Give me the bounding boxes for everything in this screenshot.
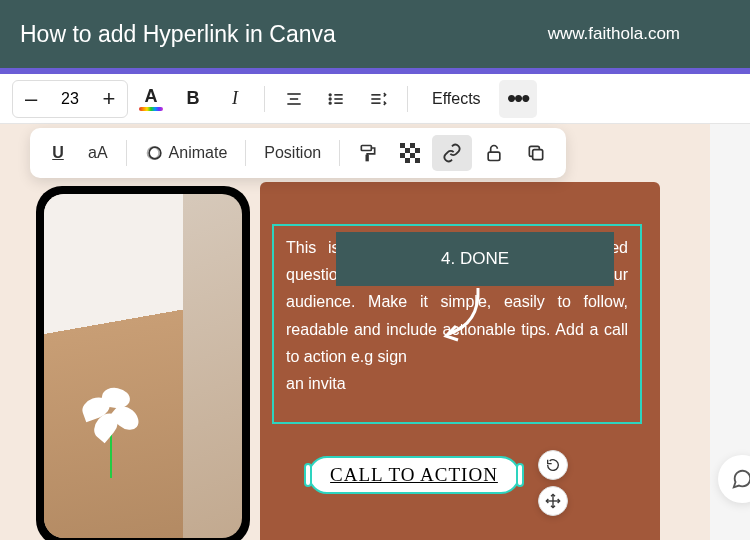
svg-rect-27 (488, 152, 500, 160)
step-callout-label: 4. DONE (441, 249, 509, 269)
flower-graphic (72, 388, 152, 478)
list-button[interactable] (317, 80, 355, 118)
roller-icon (358, 143, 378, 163)
align-center-icon (284, 89, 304, 109)
list-icon (326, 89, 346, 109)
bold-button[interactable]: B (174, 80, 212, 118)
duplicate-icon (526, 143, 546, 163)
more-button[interactable]: ••• (499, 80, 537, 118)
design-canvas[interactable]: This is where you add a frequently asked… (0, 124, 710, 540)
svg-rect-24 (410, 153, 415, 158)
separator (126, 140, 127, 166)
svg-rect-19 (400, 143, 405, 148)
link-button[interactable] (432, 135, 472, 171)
cta-label: CALL TO ACTION (330, 464, 498, 486)
faq-text-content-2: an invita (286, 375, 346, 392)
animate-icon (145, 143, 165, 163)
font-size-stepper: – 23 + (12, 80, 128, 118)
spacing-icon (368, 89, 388, 109)
separator (407, 86, 408, 112)
separator (245, 140, 246, 166)
svg-point-4 (329, 98, 331, 100)
spacing-button[interactable] (359, 80, 397, 118)
step-callout: 4. DONE (336, 232, 614, 286)
page-title: How to add Hyperlink in Canva (20, 21, 336, 48)
person-image (44, 194, 183, 538)
svg-rect-17 (367, 156, 369, 161)
font-color-icon: A (145, 87, 158, 105)
transparency-button[interactable] (390, 135, 430, 171)
position-button[interactable]: Position (254, 135, 331, 171)
animate-label: Animate (169, 144, 228, 162)
font-size-decrease-button[interactable]: – (13, 80, 49, 118)
cta-button-element[interactable]: CALL TO ACTION (308, 456, 520, 494)
effects-button[interactable]: Effects (418, 80, 495, 118)
svg-rect-22 (415, 148, 420, 153)
resize-handle-left[interactable] (304, 463, 312, 487)
svg-rect-20 (410, 143, 415, 148)
rotate-control[interactable] (538, 450, 568, 480)
separator (264, 86, 265, 112)
svg-point-3 (329, 94, 331, 96)
rotate-icon (545, 457, 561, 473)
rainbow-bar-icon (139, 107, 163, 111)
move-icon (545, 493, 561, 509)
phone-screen (44, 194, 242, 538)
text-toolbar: – 23 + A B I Effects ••• (0, 74, 750, 124)
phone-mockup[interactable] (36, 186, 250, 540)
separator (339, 140, 340, 166)
unlock-icon (484, 143, 504, 163)
move-control[interactable] (538, 486, 568, 516)
svg-rect-23 (400, 153, 405, 158)
font-size-increase-button[interactable]: + (91, 80, 127, 118)
chat-icon (731, 468, 750, 490)
tutorial-header: How to add Hyperlink in Canva www.faitho… (0, 0, 750, 68)
svg-rect-26 (415, 158, 420, 163)
italic-button[interactable]: I (216, 80, 254, 118)
align-button[interactable] (275, 80, 313, 118)
underline-button[interactable]: U (40, 135, 76, 171)
animate-button[interactable]: Animate (135, 135, 238, 171)
link-icon (442, 143, 462, 163)
site-url: www.faithola.com (548, 24, 680, 44)
format-painter-button[interactable] (348, 135, 388, 171)
resize-handle-right[interactable] (516, 463, 524, 487)
transparency-icon (400, 143, 420, 163)
svg-rect-28 (533, 150, 543, 160)
svg-rect-16 (362, 146, 372, 151)
help-chat-button[interactable] (718, 455, 750, 503)
font-color-button[interactable]: A (132, 80, 170, 118)
secondary-toolbar: U aA Animate Position (30, 128, 566, 178)
lock-button[interactable] (474, 135, 514, 171)
svg-rect-25 (405, 158, 410, 163)
svg-point-5 (329, 102, 331, 104)
uppercase-button[interactable]: aA (78, 135, 118, 171)
font-size-value[interactable]: 23 (49, 90, 91, 108)
duplicate-button[interactable] (516, 135, 556, 171)
svg-rect-21 (405, 148, 410, 153)
callout-arrow-icon (440, 284, 490, 344)
